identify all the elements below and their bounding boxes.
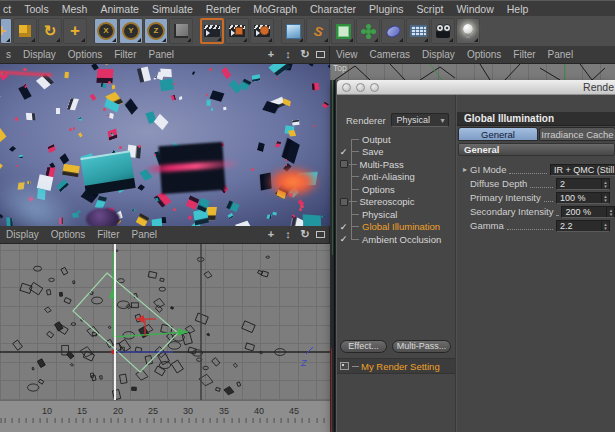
tab-irradiance-cache[interactable]: Irradiance Cache [539,127,615,141]
rotate-view-icon[interactable]: ↻ [299,48,311,61]
right-viewport-canvas[interactable] [330,64,615,80]
vp-menu-cameras[interactable]: Cameras [370,49,411,60]
tree-item-physical[interactable]: Physical [337,208,455,221]
top-view-canvas[interactable]: Z [0,244,330,400]
sliver-green-line [332,80,333,255]
tree-item-ambient-occlusion[interactable]: ✓Ambient Occlusion [337,233,455,246]
vp-menu-options[interactable]: Options [51,229,85,240]
render-view-button[interactable] [200,18,224,44]
window-close-button[interactable] [342,83,351,92]
add-deformer-button[interactable] [381,18,405,44]
menu-item-character[interactable]: Character [310,3,356,15]
zoom-view-icon[interactable]: ↕ [282,48,294,61]
toggle-view-icon[interactable] [316,51,325,58]
menu-item-mograph[interactable]: MoGraph [253,3,297,15]
diffuse-depth-input[interactable]: 2▴▾ [556,178,610,190]
coordinate-system-button[interactable] [169,18,193,44]
tree-item-anti-aliasing[interactable]: Anti-Aliasing [337,171,455,184]
tab-general[interactable]: General [458,127,538,141]
menu-item-plugins[interactable]: Plugins [369,3,403,15]
secondary-intensity-input[interactable]: 200 %▴▾ [561,206,615,218]
add-generator-button[interactable] [331,18,355,44]
menu-item-fragment[interactable]: ct [3,3,11,15]
render-setting-preset-row[interactable]: My Render Setting [337,358,455,374]
primary-intensity-input[interactable]: 100 %▴▾ [556,192,610,204]
menu-item-animate[interactable]: Animate [100,3,139,15]
zoom-view-icon[interactable]: ↕ [282,228,294,241]
vp-menu-filter[interactable]: Filter [114,49,136,60]
spinner-arrows[interactable]: ▴▾ [601,221,609,231]
light-bulb-icon [462,24,474,38]
gi-mode-dropdown[interactable]: IR + QMC (Still [550,164,615,176]
vp-menu-panel[interactable]: Panel [149,49,175,60]
checkmark-icon[interactable]: ✓ [337,221,350,233]
vp-menu-display[interactable]: Display [6,229,39,240]
spinner-arrows[interactable]: ▴▾ [606,207,614,217]
vp-menu-display[interactable]: Display [23,49,56,60]
vp-menu-options[interactable]: Options [68,49,102,60]
vp-menu-fragment[interactable]: s [6,49,11,60]
gamma-input[interactable]: 2.2▴▾ [556,220,610,232]
tree-item-global-illumination[interactable]: ✓Global Illumination [337,221,455,234]
selection-bounding-diamond[interactable] [73,273,178,372]
checkmark-icon[interactable]: ✓ [337,233,350,245]
pan-view-icon[interactable]: + [265,228,277,241]
perspective-render[interactable] [0,64,330,226]
last-tool-button[interactable]: + [63,18,87,44]
add-light-button[interactable] [456,18,480,44]
add-cube-button[interactable] [281,18,305,44]
add-spline-button[interactable]: S [306,18,330,44]
tree-item-multi-pass[interactable]: Multi-Pass [337,158,455,171]
vp-menu-filter[interactable]: Filter [513,49,535,60]
checkmark-icon[interactable]: ✓ [337,146,350,158]
menu-item-mesh[interactable]: Mesh [62,3,88,15]
tree-item-options[interactable]: Options [337,183,455,196]
menu-item-window[interactable]: Window [456,3,493,15]
rotate-view-icon[interactable]: ↻ [299,228,311,241]
move-tool-button[interactable]: + [0,18,12,44]
spinner-arrows[interactable]: ▴▾ [601,193,609,203]
scale-tool-button[interactable] [13,18,37,44]
lock-z-axis-button[interactable]: Z [144,18,168,44]
coordinate-system-icon [174,24,188,38]
menu-item-tools[interactable]: Tools [24,3,49,15]
add-environment-button[interactable] [406,18,430,44]
checkbox-empty[interactable] [340,160,348,168]
debris-wireframe [132,387,137,391]
expand-arrow-icon[interactable]: ▸ [463,165,470,174]
rotate-icon: ↻ [44,22,57,40]
vp-menu-options[interactable]: Options [467,49,501,60]
pan-view-icon[interactable]: + [265,48,277,61]
tree-item-output[interactable]: Output [337,133,455,146]
vp-menu-panel[interactable]: Panel [132,229,158,240]
vp-menu-display[interactable]: Display [422,49,455,60]
renderer-dropdown[interactable]: Physical▾ [391,113,449,127]
debris-wireframe [245,343,255,351]
vp-menu-panel[interactable]: Panel [548,49,574,60]
menu-item-help[interactable]: Help [507,3,529,15]
tree-item-save[interactable]: ✓Save [337,146,455,159]
checkbox-empty[interactable] [340,198,348,206]
window-zoom-button[interactable] [370,83,379,92]
effect-button[interactable]: Effect... [340,340,387,353]
menu-item-simulate[interactable]: Simulate [152,3,193,15]
add-camera-button[interactable] [431,18,455,44]
multi-pass-button[interactable]: Multi-Pass... [392,340,451,353]
rotate-tool-button[interactable]: ↻ [38,18,62,44]
window-minimize-button[interactable] [356,83,365,92]
vp-menu-filter[interactable]: Filter [97,229,119,240]
window-titlebar[interactable]: Rende [337,80,615,95]
tree-item-stereoscopic[interactable]: Stereoscopic [337,196,455,209]
spinner-arrows[interactable]: ▴▾ [601,179,609,189]
playhead-line[interactable] [114,244,116,400]
menu-item-render[interactable]: Render [206,3,240,15]
lock-y-axis-button[interactable]: Y [119,18,143,44]
edit-render-settings-button[interactable] [250,18,274,44]
render-picture-viewer-button[interactable] [225,18,249,44]
lock-x-axis-button[interactable]: X [94,18,118,44]
mograph-button[interactable] [356,18,380,44]
toggle-view-icon[interactable] [316,231,325,238]
timeline-ruler[interactable]: 10 15 20 25 30 35 40 45 [0,400,330,432]
menu-item-script[interactable]: Script [417,3,444,15]
vp-menu-view[interactable]: View [336,49,358,60]
